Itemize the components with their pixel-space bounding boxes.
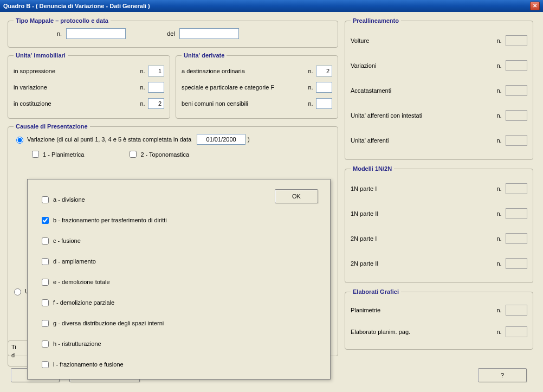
elaborati-group: Elaborati Grafici Planimetrie n. Elabora… <box>345 288 533 350</box>
chk-e-label: e - demolizione totale <box>53 279 110 285</box>
mod-r2-label: 2N parte I <box>351 235 493 242</box>
mod-r1-label: 1N parte II <box>351 210 493 217</box>
mod-r3-label: 2N parte II <box>351 260 493 267</box>
chk-d[interactable] <box>42 258 49 265</box>
mod-r1-input[interactable] <box>506 208 527 219</box>
chk-f-label: f - demolizione parziale <box>53 299 114 306</box>
mod-r0-input[interactable] <box>506 183 527 194</box>
chk-d-label: d - ampliamento <box>53 258 96 265</box>
preall-r1-n: n. <box>493 62 506 69</box>
chk-i-label: i - frazionamento e fusione <box>53 361 124 368</box>
popup-ok-button[interactable]: OK <box>275 189 318 203</box>
mod-r1-n: n. <box>493 210 506 217</box>
ud-row1-n: n. <box>305 84 316 91</box>
partial-line1: Ti <box>11 343 25 351</box>
preallineamento-group: Preallineamento Volture n. Variazioni n.… <box>345 17 533 160</box>
chk-e[interactable] <box>42 279 49 286</box>
tipo-mappale-legend: Tipo Mappale – protocollo e data <box>14 17 111 24</box>
elab-r1-input[interactable] <box>506 326 527 337</box>
ui-row1-label: in variazione <box>14 84 137 91</box>
radio-u[interactable] <box>14 288 21 295</box>
ui-row0-input[interactable] <box>148 66 164 76</box>
elab-r0-n: n. <box>493 307 506 313</box>
chk-i[interactable] <box>42 361 49 368</box>
chk-g[interactable] <box>42 320 49 327</box>
ud-row2-input[interactable] <box>316 98 332 109</box>
preall-r3-label: Unita' afferenti con intestati <box>351 112 493 119</box>
chk-b-label: b - frazionamento per trasferimento di d… <box>53 217 167 223</box>
preall-r0-n: n. <box>493 37 506 44</box>
elab-legend: Elaborati Grafici <box>351 288 401 295</box>
titlebar: Quadro B - ( Denuncia di Variazione - Da… <box>0 0 543 12</box>
ud-row0-label: a destinazione ordinaria <box>182 68 305 74</box>
preall-r3-input[interactable] <box>506 110 527 121</box>
preall-r4-n: n. <box>493 137 506 144</box>
elab-r1-label: Elaborato planim. pag. <box>351 329 493 335</box>
preall-r0-label: Volture <box>351 37 493 44</box>
chk-toponomastica-label: 2 - Toponomastica <box>140 151 189 158</box>
chk-c[interactable] <box>42 237 49 245</box>
ui-row2-label: in costituzione <box>14 100 137 107</box>
chk-a[interactable] <box>42 196 49 203</box>
chk-h[interactable] <box>42 340 49 348</box>
causale-popup: OK a - divisione b - frazionamento per t… <box>27 179 331 380</box>
preall-r3-n: n. <box>493 112 506 119</box>
unita-immobiliari-group: Unita' immobiliari in soppressione n. in… <box>8 52 170 119</box>
variazione-label: Variazione (di cui ai punti 1, 3, 4 e 5 … <box>27 136 191 143</box>
causale-legend: Causale di Presentazione <box>14 123 90 130</box>
mod-r3-n: n. <box>493 260 506 267</box>
window-title: Quadro B - ( Denuncia di Variazione - Da… <box>3 0 150 12</box>
variazione-date-input[interactable] <box>197 134 245 145</box>
ui-row1-input[interactable] <box>148 82 164 93</box>
elab-r0-label: Planimetrie <box>351 307 493 313</box>
preall-r0-input[interactable] <box>506 35 527 46</box>
mod-r2-n: n. <box>493 235 506 242</box>
mod-r0-label: 1N parte I <box>351 185 493 192</box>
chk-toponomastica[interactable] <box>130 151 137 158</box>
mod-r0-n: n. <box>493 185 506 192</box>
elab-r1-n: n. <box>493 329 506 335</box>
preall-r2-input[interactable] <box>506 85 527 96</box>
preall-r4-input[interactable] <box>506 135 527 146</box>
variazione-close-paren: ) <box>248 136 250 143</box>
tm-n-input[interactable] <box>66 28 126 39</box>
chk-h-label: h - ristrutturazione <box>53 340 101 347</box>
chk-f[interactable] <box>42 299 49 306</box>
right-column: Preallineamento Volture n. Variazioni n.… <box>345 17 533 350</box>
preall-r4-label: Unita' afferenti <box>351 137 493 144</box>
chk-planimetrica-label: 1 - Planimetrica <box>43 151 84 158</box>
variazione-radio[interactable] <box>16 137 23 144</box>
chk-g-label: g - diversa distribuzione degli spazi in… <box>53 320 164 326</box>
ui-row2-n: n. <box>137 100 148 107</box>
ui-legend: Unita' immobiliari <box>14 52 68 59</box>
preall-r2-n: n. <box>493 87 506 94</box>
ui-row2-input[interactable] <box>148 98 164 109</box>
tm-del-label: del <box>167 30 175 37</box>
chk-b[interactable] <box>42 217 49 224</box>
help-button[interactable]: ? <box>478 368 527 382</box>
ud-row2-n: n. <box>305 100 316 107</box>
preall-r1-input[interactable] <box>506 60 527 71</box>
chk-planimetrica[interactable] <box>32 151 39 158</box>
ui-row0-label: in soppressione <box>14 68 137 74</box>
mod-r2-input[interactable] <box>506 233 527 244</box>
ud-row1-label: speciale e particolare e categorie F <box>182 84 305 91</box>
ui-row0-n: n. <box>137 68 148 74</box>
unita-derivate-group: Unita' derivate a destinazione ordinaria… <box>176 52 338 119</box>
elab-r0-input[interactable] <box>506 305 527 316</box>
partial-line2: d <box>11 351 25 359</box>
modelli-group: Modelli 1N/2N 1N parte I n. 1N parte II … <box>345 165 533 283</box>
mod-r3-input[interactable] <box>506 258 527 269</box>
modelli-legend: Modelli 1N/2N <box>351 165 394 172</box>
ud-row0-n: n. <box>305 68 316 74</box>
tipo-mappale-group: Tipo Mappale – protocollo e data n. del <box>8 17 338 48</box>
ui-row1-n: n. <box>137 84 148 91</box>
ud-row1-input[interactable] <box>316 82 332 93</box>
close-icon[interactable]: ✕ <box>530 2 540 10</box>
ud-row0-input[interactable] <box>316 66 332 76</box>
window-body: Tipo Mappale – protocollo e data n. del … <box>0 12 543 392</box>
tm-del-input[interactable] <box>179 28 239 39</box>
chk-a-label: a - divisione <box>53 196 85 203</box>
preall-r1-label: Variazioni <box>351 62 493 69</box>
preall-legend: Preallineamento <box>351 17 401 24</box>
